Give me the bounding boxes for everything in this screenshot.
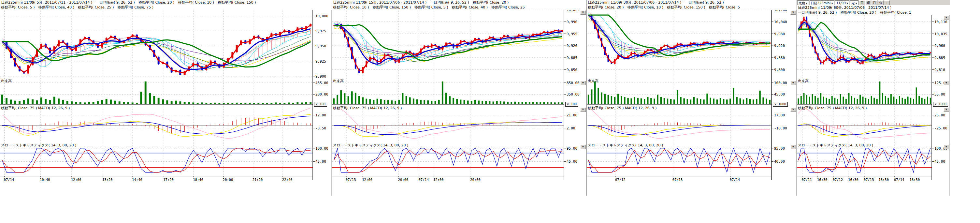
ma-macd-section-label: 移動平均( Close, 75 ) MACD( 12, 26, 9 ) xyxy=(333,106,402,110)
price-axis-label: 45.00 xyxy=(315,159,326,164)
price-axis-label: 9,980 xyxy=(774,32,785,36)
toolbar-button-3[interactable]: 分 xyxy=(878,0,884,5)
chart-panel-30min: 日経225mini 11/09( 30分, 2011/07/06 - 2011/… xyxy=(586,0,797,196)
volume-section-label: 出来高 xyxy=(333,78,344,83)
chevron-down-icon: ▼ xyxy=(830,2,833,5)
stoch-section-label: スロー・ストキャスティクス( 14, 3, 80, 20 ) xyxy=(798,143,873,148)
ma-macd-section-label: 移動平均( Close, 75 ) MACD( 12, 26, 9 ) xyxy=(798,106,867,110)
time-axis-label: 21:20 xyxy=(253,178,263,182)
price-axis-label: 9,925 xyxy=(315,59,326,64)
toolbar-select-label: 先物 xyxy=(799,1,805,5)
time-axis-label: 07/13 xyxy=(864,178,874,182)
chart-toolbar: 先物 ▼日経225mini ▼11/09 ▼定 ▼日週月分＋ xyxy=(797,0,950,5)
pane-dropdown-button[interactable]: ▼ xyxy=(791,81,796,85)
toolbar-button-2[interactable]: 月 xyxy=(872,0,877,5)
ma-macd-section-label: 移動平均( Close, 75 ) MACD( 12, 26, 9 ) xyxy=(588,106,657,110)
price-axis-label: 9,800 xyxy=(774,68,785,72)
price-axis-label: 200.00 xyxy=(315,92,328,97)
chart-panel-15min: 日経225mini 11/09( 15分, 2011/07/06 - 2011/… xyxy=(332,0,586,196)
pane-dropdown-button[interactable]: ▼ xyxy=(943,81,949,85)
toolbar-select-2[interactable]: 11/09 ▼ xyxy=(835,0,850,5)
price-axis-label: -18.00 xyxy=(774,126,787,131)
price-axis-label: 435.00 xyxy=(315,81,328,85)
chevron-down-icon: ▼ xyxy=(582,11,584,14)
volume-section-label: 出来高 xyxy=(1,78,12,83)
stoch-section-label: スロー・ストキャスティクス( 14, 3, 80, 20 ) xyxy=(333,143,408,148)
price-axis-label: 9,850 xyxy=(566,68,578,72)
price-axis-label: 45.00 xyxy=(934,159,945,164)
time-axis-label: 13:20 xyxy=(102,178,113,182)
stoch-section-label: スロー・ストキャスティクス( 14, 3, 80, 20 ) xyxy=(1,143,76,148)
time-axis-label: 07/14 xyxy=(894,178,904,182)
chart-panel-60min: 先物 ▼日経225mini ▼11/09 ▼定 ▼日週月分＋日経225mini … xyxy=(797,0,950,196)
price-axis-label: 100.00 xyxy=(315,147,328,151)
time-axis-label: 12:00 xyxy=(433,178,444,182)
time-axis-label: 07/13 xyxy=(673,178,683,182)
time-axis-label: 20:00 xyxy=(398,178,409,182)
toolbar-select-label: 日経225mini xyxy=(811,1,831,5)
time-axis-label: 20:00 xyxy=(470,178,480,182)
time-axis-label: 07/12 xyxy=(615,178,625,182)
price-axis-label: -3.50 xyxy=(315,126,326,131)
toolbar-button-0[interactable]: 日 xyxy=(859,0,865,5)
time-axis-label: 12:00 xyxy=(71,178,81,182)
time-axis-label: 07/14 xyxy=(730,178,740,182)
panel-header: 日経225mini 11/09( 5分, 2011/07/11 - 2011/0… xyxy=(0,0,332,10)
toolbar-button-4[interactable]: ＋ xyxy=(884,0,890,5)
chevron-down-icon: ▼ xyxy=(854,2,857,5)
multiplier-badge: × 100 xyxy=(565,102,578,107)
price-axis-label: 850.00 xyxy=(566,81,580,85)
toolbar-select-3[interactable]: 定 ▼ xyxy=(850,0,859,5)
time-axis-label: 07/12 xyxy=(833,178,843,182)
toolbar-select-1[interactable]: 日経225mini ▼ xyxy=(810,0,834,5)
pane-dropdown-button[interactable]: ▼ xyxy=(943,16,949,20)
chevron-down-icon: ▼ xyxy=(792,81,794,84)
time-axis-label: 16:30 xyxy=(878,178,889,182)
price-axis-label: 100.00 xyxy=(774,81,787,85)
header-legend-line1: 日経225mini 11/09( 15分, 2011/07/06 - 2011/… xyxy=(332,0,586,5)
price-axis-label: 9,810 xyxy=(934,68,945,72)
price-axis-label: 10,110 xyxy=(934,20,947,24)
header-legend-line1: 日経225mini 11/09( 5分, 2011/07/11 - 2011/0… xyxy=(0,0,332,5)
price-axis-label: 95.00 xyxy=(774,147,785,151)
toolbar-select-0[interactable]: 先物 ▼ xyxy=(797,0,809,5)
price-axis-label: 9,860 xyxy=(774,56,785,60)
header-legend-line2: 一目均衡表( 9, 26, 52 ) 移動平均( Close, 20 ) 移動平… xyxy=(797,10,950,15)
pane-dropdown-button[interactable]: ▼ xyxy=(580,145,586,149)
multiplier-badge: × 1000 xyxy=(773,102,788,107)
price-axis-label: 95.00 xyxy=(566,147,578,151)
price-axis-label: 12.00 xyxy=(315,113,326,117)
chart-workspace: 日経225mini 11/09( 5分, 2011/07/11 - 2011/0… xyxy=(0,0,980,223)
toolbar-select-label: 定 xyxy=(851,1,854,5)
toolbar-button-1[interactable]: 週 xyxy=(865,0,871,5)
price-chart-canvas[interactable] xyxy=(797,0,950,183)
price-chart-canvas[interactable] xyxy=(0,0,332,183)
chevron-down-icon: ▼ xyxy=(582,108,584,111)
chevron-down-icon: ▼ xyxy=(945,81,947,84)
chevron-down-icon: ▼ xyxy=(792,11,794,14)
price-axis-label: 40.00 xyxy=(774,159,785,164)
price-axis-label: 9,955 xyxy=(566,32,578,36)
time-axis-label: 07/14 xyxy=(418,178,429,182)
price-axis-label: 10,035 xyxy=(934,32,947,36)
pane-dropdown-button[interactable]: ▼ xyxy=(943,108,949,112)
time-axis-label: 07/14 xyxy=(4,178,14,182)
volume-section-label: 出来高 xyxy=(588,78,598,83)
price-axis-label: 9,975 xyxy=(315,29,326,33)
pane-dropdown-button[interactable]: ▼ xyxy=(791,108,796,112)
time-axis-label: 16:30 xyxy=(817,178,827,182)
price-chart-canvas[interactable] xyxy=(587,0,797,183)
pane-dropdown-button[interactable]: ▼ xyxy=(791,10,796,15)
price-chart-canvas[interactable] xyxy=(332,0,587,183)
time-axis-label: 07/13 xyxy=(346,178,356,182)
chevron-down-icon: ▼ xyxy=(846,2,848,5)
pane-dropdown-button[interactable]: ▼ xyxy=(580,10,586,15)
pane-dropdown-button[interactable]: ▼ xyxy=(791,145,796,149)
pane-dropdown-button[interactable]: ▼ xyxy=(580,81,586,85)
volume-section-label: 出来高 xyxy=(798,78,809,83)
price-axis-label: 45.00 xyxy=(774,92,785,97)
pane-dropdown-button[interactable]: ▼ xyxy=(943,145,949,149)
chevron-down-icon: ▼ xyxy=(582,145,584,148)
chart-panel-5min: 日経225mini 11/09( 5分, 2011/07/11 - 2011/0… xyxy=(0,0,332,196)
pane-dropdown-button[interactable]: ▼ xyxy=(580,108,586,112)
